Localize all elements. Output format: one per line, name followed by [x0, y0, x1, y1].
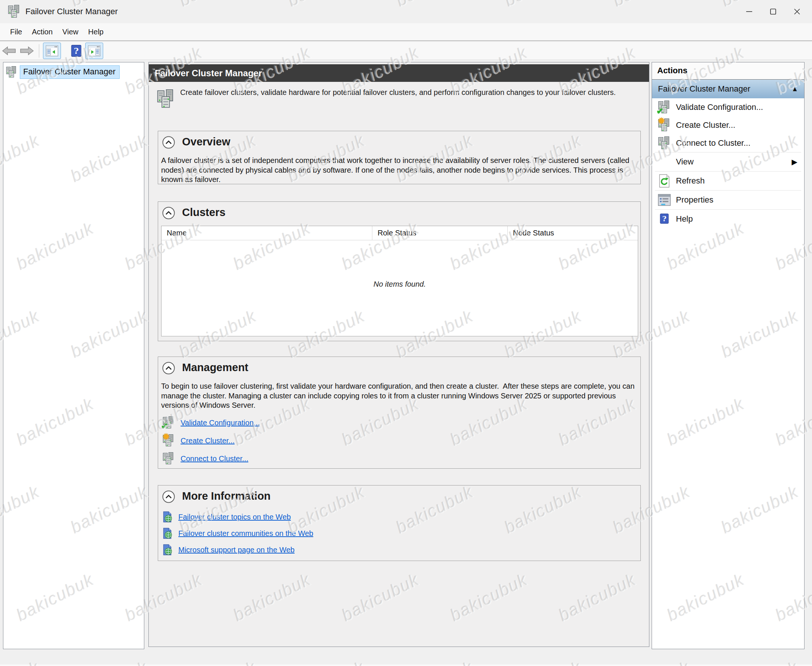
help-icon [71, 45, 81, 57]
refresh-icon [657, 174, 672, 188]
overview-title: Overview [182, 136, 230, 148]
web-help-icon [162, 511, 173, 523]
actions-group-title: Failover Cluster Manager [658, 84, 791, 94]
link-label: Failover cluster communities on the Web [178, 529, 313, 538]
chevron-up-icon [162, 206, 175, 220]
cluster-icon [6, 66, 18, 78]
menu-action[interactable]: Action [27, 25, 58, 39]
clusters-title: Clusters [182, 206, 225, 219]
page-description-text: Create failover clusters, validate hardw… [180, 88, 642, 97]
action-pane-icon [88, 45, 101, 56]
minimize-button[interactable] [737, 0, 761, 23]
cluster-create-icon: ✹ [162, 434, 175, 447]
overview-body: A failover cluster is a set of independe… [161, 156, 637, 185]
page-title: Failover Cluster Manager [149, 64, 649, 82]
app-cluster-icon [7, 5, 21, 18]
overview-section: Overview A failover cluster is a set of … [158, 131, 641, 184]
actions-header: Actions [652, 63, 804, 80]
clusters-section: Clusters Name Role Status Node Status No… [158, 201, 641, 341]
web-help-icon [162, 528, 173, 539]
center-panel: Failover Cluster Manager Create failover… [149, 62, 649, 647]
action-properties[interactable]: Properties [652, 191, 804, 209]
chevron-up-icon [162, 361, 175, 375]
show-action-pane-button[interactable] [85, 43, 103, 59]
help-toolbar-button[interactable] [69, 43, 84, 59]
title-bar: Failover Cluster Manager [0, 0, 812, 23]
management-section: Management To begin to use failover clus… [158, 356, 641, 469]
more-information-section: More Information Failover cluster topics… [158, 485, 641, 561]
web-help-icon [162, 544, 173, 556]
close-icon [793, 7, 801, 16]
action-view[interactable]: View ▶ [652, 152, 804, 171]
management-body: To begin to use failover clustering, fir… [161, 382, 637, 410]
chevron-up-icon [162, 490, 175, 503]
tree-item-failover-cluster-manager[interactable]: Failover Cluster Manager [6, 65, 120, 80]
action-label: Connect to Cluster... [676, 138, 750, 148]
validate-configuration-link[interactable]: ✔ Validate Configuration... [162, 414, 260, 431]
action-help[interactable]: Help [652, 210, 804, 228]
clusters-table: Name Role Status Node Status No items fo… [161, 226, 638, 336]
link-label: Microsoft support page on the Web [178, 546, 295, 554]
action-validate-configuration[interactable]: ✔ Validate Configuration... [652, 98, 804, 116]
action-label: View [676, 157, 693, 166]
window-controls [737, 0, 809, 23]
column-header-name[interactable]: Name [162, 226, 372, 240]
close-button[interactable] [785, 0, 809, 23]
action-label: Properties [676, 195, 713, 205]
window-title: Failover Cluster Manager [25, 0, 118, 23]
action-connect-to-cluster[interactable]: Connect to Cluster... [652, 134, 804, 152]
back-button[interactable] [1, 43, 17, 59]
create-cluster-link[interactable]: ✹ Create Cluster... [162, 432, 235, 449]
chevron-up-icon [162, 136, 175, 149]
failover-communities-link[interactable]: Failover cluster communities on the Web [162, 525, 313, 542]
maximize-icon [769, 7, 777, 16]
cluster-connect-icon [162, 452, 175, 465]
console-tree-icon [46, 45, 58, 56]
toolbar [0, 42, 812, 60]
actions-group-failover-cluster-manager[interactable]: Failover Cluster Manager ▲ [652, 80, 804, 98]
action-label: Help [676, 214, 693, 224]
action-label: Refresh [676, 176, 705, 186]
cluster-validate-icon: ✔ [657, 101, 672, 114]
submenu-arrow-icon: ▶ [792, 157, 797, 166]
tree-item-label: Failover Cluster Manager [20, 65, 120, 79]
properties-icon [657, 193, 672, 207]
menu-bar: File Action View Help [0, 23, 812, 41]
cluster-large-icon [155, 89, 177, 109]
failover-topics-link[interactable]: Failover cluster topics on the Web [162, 509, 291, 525]
app-window: Failover Cluster Manager File Action Vie… [0, 0, 812, 666]
show-console-tree-button[interactable] [43, 43, 61, 59]
column-header-role-status[interactable]: Role Status [372, 226, 508, 240]
menu-help[interactable]: Help [83, 25, 109, 39]
menu-file[interactable]: File [5, 25, 27, 39]
status-bar [0, 649, 812, 666]
back-arrow-icon [2, 46, 16, 56]
minimize-icon [745, 7, 753, 16]
cluster-create-icon: ✹ [657, 119, 672, 132]
forward-button[interactable] [19, 43, 35, 59]
connect-to-cluster-link[interactable]: Connect to Cluster... [162, 450, 248, 467]
more-information-collapse-button[interactable] [162, 490, 175, 503]
cluster-validate-icon: ✔ [162, 416, 175, 429]
actions-panel: Actions Failover Cluster Manager ▲ ✔ Val… [652, 62, 805, 649]
forward-arrow-icon [20, 46, 34, 56]
action-refresh[interactable]: Refresh [652, 171, 804, 190]
microsoft-support-link[interactable]: Microsoft support page on the Web [162, 542, 295, 558]
maximize-button[interactable] [761, 0, 785, 23]
link-label: Failover cluster topics on the Web [178, 513, 291, 521]
menu-view[interactable]: View [58, 25, 83, 39]
link-label: Validate Configuration... [181, 419, 260, 427]
toolbar-spacer [65, 44, 65, 58]
management-collapse-button[interactable] [162, 361, 175, 375]
action-label: Create Cluster... [676, 120, 735, 130]
column-header-node-status[interactable]: Node Status [508, 226, 638, 240]
toolbar-separator [39, 44, 39, 58]
console-tree-panel: Failover Cluster Manager [3, 62, 144, 649]
link-label: Create Cluster... [181, 437, 235, 445]
clusters-collapse-button[interactable] [162, 206, 175, 220]
overview-collapse-button[interactable] [162, 136, 175, 149]
action-label: Validate Configuration... [676, 102, 763, 112]
link-label: Connect to Cluster... [181, 455, 248, 463]
cluster-connect-icon [657, 137, 672, 150]
action-create-cluster[interactable]: ✹ Create Cluster... [652, 116, 804, 134]
